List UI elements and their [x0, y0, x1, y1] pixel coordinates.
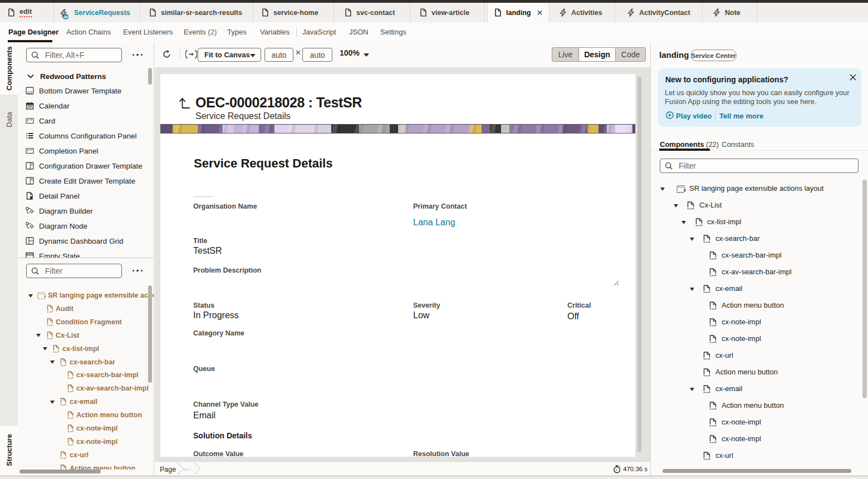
svg-text:M: M	[64, 14, 67, 19]
